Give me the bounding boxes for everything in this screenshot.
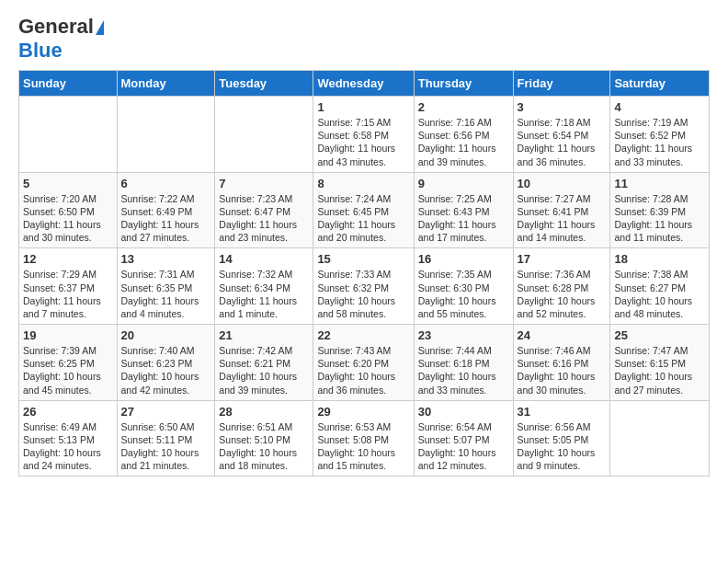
calendar-cell: 31Sunrise: 6:56 AM Sunset: 5:05 PM Dayli… [513, 400, 610, 477]
day-info: Sunrise: 6:53 AM Sunset: 5:08 PM Dayligh… [317, 420, 409, 473]
weekday-header-thursday: Thursday [414, 71, 513, 97]
day-number: 1 [317, 100, 409, 114]
calendar-cell: 3Sunrise: 7:18 AM Sunset: 6:54 PM Daylig… [513, 97, 610, 173]
day-number: 13 [121, 252, 211, 266]
day-number: 22 [317, 328, 409, 342]
calendar-cell: 4Sunrise: 7:19 AM Sunset: 6:52 PM Daylig… [610, 97, 710, 173]
calendar-cell: 17Sunrise: 7:36 AM Sunset: 6:28 PM Dayli… [513, 248, 610, 325]
calendar-cell: 20Sunrise: 7:40 AM Sunset: 6:23 PM Dayli… [117, 325, 215, 401]
weekday-header-wednesday: Wednesday [313, 71, 414, 97]
day-info: Sunrise: 7:28 AM Sunset: 6:39 PM Dayligh… [614, 192, 705, 245]
day-number: 5 [23, 177, 113, 190]
logo: General Blue [18, 15, 104, 63]
day-number: 12 [23, 252, 113, 266]
day-info: Sunrise: 7:33 AM Sunset: 6:32 PM Dayligh… [317, 268, 409, 320]
day-number: 11 [614, 177, 705, 190]
day-info: Sunrise: 7:19 AM Sunset: 6:52 PM Dayligh… [614, 116, 705, 168]
calendar-cell: 23Sunrise: 7:44 AM Sunset: 6:18 PM Dayli… [414, 325, 513, 401]
calendar-cell: 24Sunrise: 7:46 AM Sunset: 6:16 PM Dayli… [513, 325, 610, 401]
day-number: 29 [317, 405, 409, 419]
calendar-cell [215, 97, 313, 173]
calendar-cell: 5Sunrise: 7:20 AM Sunset: 6:50 PM Daylig… [19, 172, 118, 248]
weekday-header-tuesday: Tuesday [215, 71, 313, 97]
calendar-cell: 16Sunrise: 7:35 AM Sunset: 6:30 PM Dayli… [414, 248, 513, 325]
day-number: 9 [418, 177, 509, 190]
day-number: 26 [23, 405, 113, 419]
day-number: 21 [219, 328, 309, 342]
calendar-cell: 25Sunrise: 7:47 AM Sunset: 6:15 PM Dayli… [610, 325, 710, 401]
day-info: Sunrise: 7:32 AM Sunset: 6:34 PM Dayligh… [219, 268, 309, 320]
day-info: Sunrise: 7:23 AM Sunset: 6:47 PM Dayligh… [219, 192, 309, 245]
day-info: Sunrise: 7:15 AM Sunset: 6:58 PM Dayligh… [317, 116, 409, 168]
calendar-cell [610, 400, 710, 477]
day-info: Sunrise: 7:18 AM Sunset: 6:54 PM Dayligh… [518, 116, 607, 168]
weekday-header-saturday: Saturday [610, 71, 710, 97]
calendar-cell: 18Sunrise: 7:38 AM Sunset: 6:27 PM Dayli… [610, 248, 710, 325]
day-info: Sunrise: 7:16 AM Sunset: 6:56 PM Dayligh… [418, 116, 509, 168]
day-info: Sunrise: 7:24 AM Sunset: 6:45 PM Dayligh… [317, 192, 409, 245]
calendar-cell: 11Sunrise: 7:28 AM Sunset: 6:39 PM Dayli… [610, 172, 710, 248]
day-info: Sunrise: 7:46 AM Sunset: 6:16 PM Dayligh… [518, 344, 607, 396]
calendar-cell: 15Sunrise: 7:33 AM Sunset: 6:32 PM Dayli… [313, 248, 414, 325]
day-info: Sunrise: 7:31 AM Sunset: 6:35 PM Dayligh… [121, 268, 211, 320]
day-info: Sunrise: 7:42 AM Sunset: 6:21 PM Dayligh… [219, 344, 309, 396]
day-number: 7 [219, 177, 309, 190]
day-number: 14 [219, 252, 309, 266]
day-info: Sunrise: 7:20 AM Sunset: 6:50 PM Dayligh… [23, 192, 113, 245]
day-number: 15 [317, 252, 409, 266]
calendar-cell: 12Sunrise: 7:29 AM Sunset: 6:37 PM Dayli… [19, 248, 118, 325]
day-number: 23 [418, 328, 509, 342]
calendar-cell: 14Sunrise: 7:32 AM Sunset: 6:34 PM Dayli… [215, 248, 313, 325]
calendar-cell: 7Sunrise: 7:23 AM Sunset: 6:47 PM Daylig… [215, 172, 313, 248]
calendar-table: SundayMondayTuesdayWednesdayThursdayFrid… [18, 70, 710, 477]
day-info: Sunrise: 7:29 AM Sunset: 6:37 PM Dayligh… [23, 268, 113, 320]
logo-blue: Blue [18, 39, 63, 63]
day-number: 19 [23, 328, 113, 342]
day-number: 25 [614, 328, 705, 342]
day-number: 8 [317, 177, 409, 190]
day-number: 28 [219, 405, 309, 419]
day-number: 10 [518, 177, 607, 190]
day-number: 6 [121, 177, 211, 190]
day-info: Sunrise: 6:54 AM Sunset: 5:07 PM Dayligh… [418, 420, 509, 473]
calendar-cell: 28Sunrise: 6:51 AM Sunset: 5:10 PM Dayli… [215, 400, 313, 477]
calendar-cell: 30Sunrise: 6:54 AM Sunset: 5:07 PM Dayli… [414, 400, 513, 477]
day-info: Sunrise: 7:40 AM Sunset: 6:23 PM Dayligh… [121, 344, 211, 396]
calendar-cell: 19Sunrise: 7:39 AM Sunset: 6:25 PM Dayli… [19, 325, 118, 401]
day-number: 3 [518, 100, 607, 114]
day-number: 2 [418, 100, 509, 114]
calendar-cell [19, 97, 118, 173]
day-info: Sunrise: 7:25 AM Sunset: 6:43 PM Dayligh… [418, 192, 509, 245]
day-info: Sunrise: 7:44 AM Sunset: 6:18 PM Dayligh… [418, 344, 509, 396]
page-header: General Blue [18, 15, 710, 63]
day-info: Sunrise: 7:27 AM Sunset: 6:41 PM Dayligh… [518, 192, 607, 245]
day-number: 20 [121, 328, 211, 342]
day-info: Sunrise: 6:51 AM Sunset: 5:10 PM Dayligh… [219, 420, 309, 473]
day-info: Sunrise: 7:39 AM Sunset: 6:25 PM Dayligh… [23, 344, 113, 396]
logo-general: General [18, 15, 104, 39]
day-info: Sunrise: 7:43 AM Sunset: 6:20 PM Dayligh… [317, 344, 409, 396]
calendar-cell: 22Sunrise: 7:43 AM Sunset: 6:20 PM Dayli… [313, 325, 414, 401]
calendar-cell: 13Sunrise: 7:31 AM Sunset: 6:35 PM Dayli… [117, 248, 215, 325]
day-info: Sunrise: 7:22 AM Sunset: 6:49 PM Dayligh… [121, 192, 211, 245]
weekday-header-sunday: Sunday [19, 71, 118, 97]
calendar-cell: 26Sunrise: 6:49 AM Sunset: 5:13 PM Dayli… [19, 400, 118, 477]
day-number: 31 [518, 405, 607, 419]
calendar-cell: 6Sunrise: 7:22 AM Sunset: 6:49 PM Daylig… [117, 172, 215, 248]
day-number: 4 [614, 100, 705, 114]
calendar-cell: 9Sunrise: 7:25 AM Sunset: 6:43 PM Daylig… [414, 172, 513, 248]
calendar-cell: 8Sunrise: 7:24 AM Sunset: 6:45 PM Daylig… [313, 172, 414, 248]
day-info: Sunrise: 7:38 AM Sunset: 6:27 PM Dayligh… [614, 268, 705, 320]
day-number: 17 [518, 252, 607, 266]
day-info: Sunrise: 7:36 AM Sunset: 6:28 PM Dayligh… [518, 268, 607, 320]
day-info: Sunrise: 6:50 AM Sunset: 5:11 PM Dayligh… [121, 420, 211, 473]
calendar-cell: 21Sunrise: 7:42 AM Sunset: 6:21 PM Dayli… [215, 325, 313, 401]
calendar-cell: 10Sunrise: 7:27 AM Sunset: 6:41 PM Dayli… [513, 172, 610, 248]
day-number: 24 [518, 328, 607, 342]
calendar-cell: 2Sunrise: 7:16 AM Sunset: 6:56 PM Daylig… [414, 97, 513, 173]
day-number: 16 [418, 252, 509, 266]
calendar-cell: 29Sunrise: 6:53 AM Sunset: 5:08 PM Dayli… [313, 400, 414, 477]
weekday-header-monday: Monday [117, 71, 215, 97]
calendar-cell: 1Sunrise: 7:15 AM Sunset: 6:58 PM Daylig… [313, 97, 414, 173]
day-info: Sunrise: 6:56 AM Sunset: 5:05 PM Dayligh… [518, 420, 607, 473]
